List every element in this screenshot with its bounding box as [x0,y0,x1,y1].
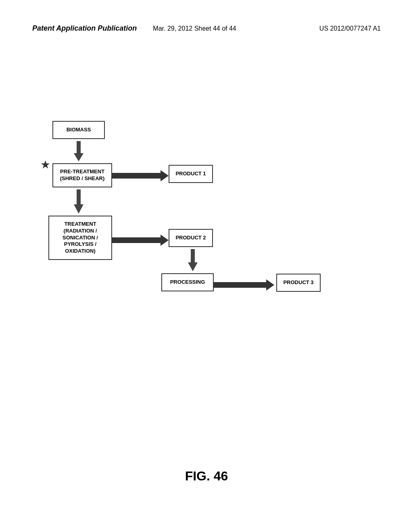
arrow-biomass-to-pretreatment [71,139,87,163]
arrow-processing-to-product3 [214,279,276,291]
processing-box: PROCESSING [161,273,214,291]
svg-marker-2 [74,189,83,214]
product2-box: PRODUCT 2 [169,229,213,247]
product3-box: PRODUCT 3 [276,274,321,292]
arrow-product2-to-processing [185,247,201,273]
flow-diagram: BIOMASS ★ PRE-TREATMENT (SHRED / SHEAR) … [40,121,323,363]
arrow-treatment-to-product2 [112,235,169,246]
header-patent-number: US 2012/0077247 A1 [319,25,381,32]
arrow-pretreatment-to-treatment [71,187,87,216]
star-icon: ★ [40,158,50,171]
biomass-box: BIOMASS [52,121,105,139]
product1-box: PRODUCT 1 [169,165,213,183]
treatment-box: TREATMENT (RADIATION / SONICATION / PYRO… [48,216,112,260]
page-header: Patent Application Publication Mar. 29, … [0,24,413,33]
arrow-pretreatment-to-product1 [112,170,169,181]
svg-marker-1 [74,153,83,161]
pretreatment-box: PRE-TREATMENT (SHRED / SHEAR) [52,163,112,187]
svg-marker-3 [188,249,198,271]
patent-application-label: Patent Application Publication [32,24,137,33]
figure-label: FIG. 46 [0,469,413,484]
header-date: Mar. 29, 2012 Sheet 44 of 44 [153,25,236,32]
